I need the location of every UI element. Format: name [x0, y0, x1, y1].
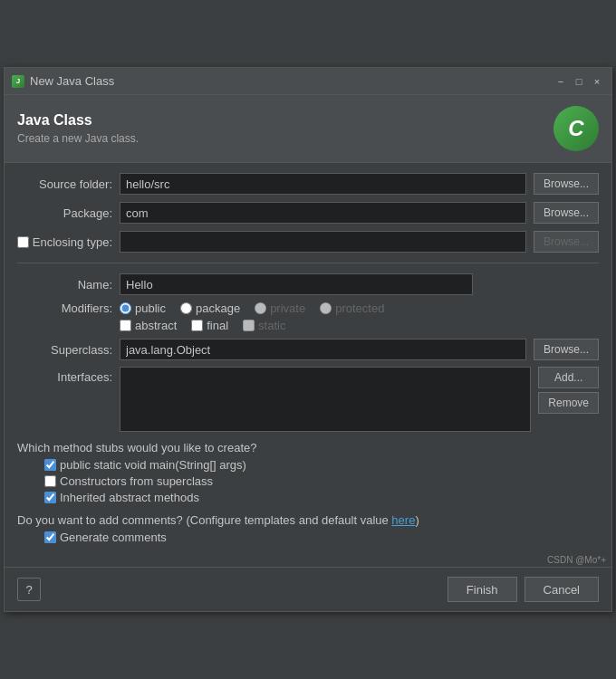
modifier-package[interactable]: package [180, 301, 240, 315]
interfaces-remove-button[interactable]: Remove [538, 392, 599, 414]
titlebar: J New Java Class − □ × [5, 68, 611, 95]
package-input[interactable] [120, 202, 526, 224]
interfaces-box[interactable] [120, 367, 531, 432]
modifier-static[interactable]: static [243, 319, 285, 332]
source-folder-input[interactable] [120, 173, 526, 195]
enclosing-type-checkbox[interactable] [17, 236, 29, 248]
comments-question: Do you want to add comments? (Configure … [17, 513, 599, 527]
form-content: Source folder: Browse... Package: Browse… [5, 163, 611, 553]
source-folder-row: Source folder: Browse... [17, 172, 599, 196]
modifiers-label: Modifiers: [17, 301, 112, 315]
modifier-protected[interactable]: protected [320, 301, 384, 315]
modifier-private[interactable]: private [255, 301, 305, 315]
name-label: Name: [17, 278, 112, 292]
package-label: Package: [17, 206, 112, 220]
help-button[interactable]: ? [17, 578, 41, 601]
header-title: Java Class [17, 112, 139, 129]
modifiers-row-1: public package private protected [120, 301, 384, 315]
modifiers-row-2: abstract final static [120, 319, 384, 332]
modifiers-row: Modifiers: public package private [17, 301, 599, 332]
enclosing-type-input[interactable] [120, 231, 526, 253]
logo-icon: C [553, 106, 599, 151]
name-input[interactable] [120, 273, 473, 295]
package-row: Package: Browse... [17, 201, 599, 225]
dialog-window: J New Java Class − □ × Java Class Create… [4, 67, 612, 612]
separator-1 [17, 263, 599, 263]
close-button[interactable]: × [590, 74, 604, 89]
window-title: New Java Class [30, 74, 548, 88]
stubs-question: Which method stubs would you like to cre… [17, 441, 599, 454]
interfaces-row: Interfaces: Add... Remove [17, 367, 599, 432]
configure-templates-link[interactable]: here [391, 513, 415, 527]
java-icon: J [12, 75, 24, 88]
enclosing-type-row: Enclosing type: Browse... [17, 230, 599, 253]
watermark: CSDN @Mo*+ [5, 553, 611, 567]
superclass-browse-button[interactable]: Browse... [534, 339, 599, 360]
superclass-row: Superclass: Browse... [17, 338, 599, 361]
name-row: Name: [17, 273, 599, 296]
enclosing-type-browse-button[interactable]: Browse... [534, 231, 599, 253]
maximize-button[interactable]: □ [572, 74, 586, 89]
modifier-final[interactable]: final [191, 319, 228, 332]
minimize-button[interactable]: − [553, 74, 568, 89]
source-folder-label: Source folder: [17, 177, 112, 191]
stub-main[interactable]: public static void main(String[] args) [44, 458, 599, 472]
footer-left: ? [17, 578, 440, 601]
stubs-section: Which method stubs would you like to cre… [17, 441, 599, 504]
enclosing-type-label: Enclosing type: [33, 235, 112, 249]
comments-checkboxes: Generate comments [44, 531, 599, 544]
stubs-checkboxes: public static void main(String[] args) C… [44, 458, 599, 504]
header-text: Java Class Create a new Java class. [17, 112, 139, 145]
interfaces-add-button[interactable]: Add... [538, 367, 599, 388]
footer: ? Finish Cancel [5, 567, 611, 611]
window-controls: − □ × [553, 74, 604, 89]
modifier-abstract[interactable]: abstract [120, 319, 177, 332]
comments-section: Do you want to add comments? (Configure … [17, 513, 599, 544]
cancel-button[interactable]: Cancel [525, 577, 599, 602]
source-folder-browse-button[interactable]: Browse... [534, 173, 599, 195]
modifier-public[interactable]: public [120, 301, 166, 315]
stub-inherited[interactable]: Inherited abstract methods [44, 491, 599, 504]
header-section: Java Class Create a new Java class. C [5, 95, 611, 163]
finish-button[interactable]: Finish [448, 577, 517, 602]
interfaces-buttons: Add... Remove [538, 367, 599, 414]
superclass-input[interactable] [120, 339, 526, 360]
package-browse-button[interactable]: Browse... [534, 202, 599, 224]
stub-constructors[interactable]: Constructors from superclass [44, 474, 599, 488]
header-subtitle: Create a new Java class. [17, 132, 139, 145]
modifiers-section: public package private protected [120, 301, 384, 332]
superclass-label: Superclass: [17, 343, 112, 357]
generate-comments-checkbox[interactable]: Generate comments [44, 531, 599, 544]
interfaces-label: Interfaces: [17, 367, 112, 384]
